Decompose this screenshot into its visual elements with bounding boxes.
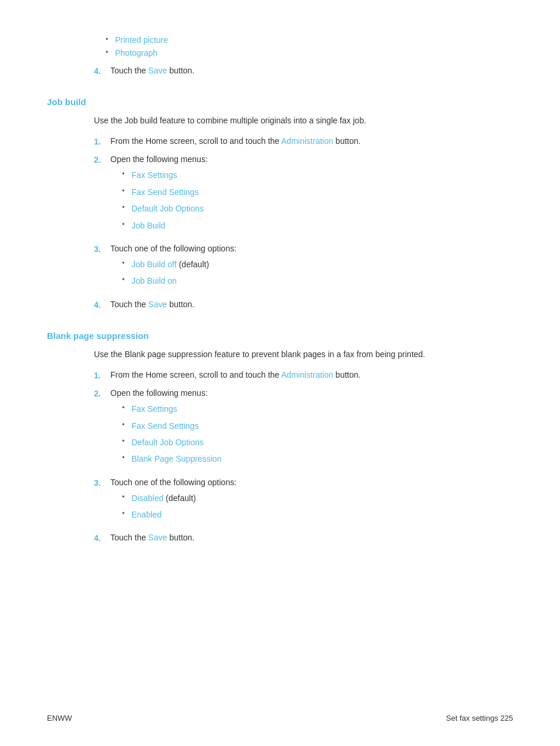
- job-build-intro: Use the Job build feature to combine mul…: [94, 114, 490, 127]
- job-build-off-link[interactable]: Job Build off: [131, 260, 177, 269]
- administration-link-2[interactable]: Administration: [281, 370, 333, 379]
- save-link-initial[interactable]: Save: [149, 66, 167, 75]
- step-text: Open the following menus:: [110, 388, 208, 398]
- fax-settings-link-2[interactable]: Fax Settings: [131, 404, 177, 414]
- blank-suppression-content: Use the Blank page suppression feature t…: [94, 348, 490, 543]
- blank-suppression-step4: 4. Touch the Save button.: [94, 533, 490, 543]
- list-item: Fax Send Settings: [120, 186, 490, 199]
- step-text-suffix: button.: [333, 136, 361, 146]
- step-text: Touch one of the following options:: [110, 478, 237, 487]
- list-item: Disabled (default): [120, 492, 490, 505]
- step-text: Touch one of the following options:: [110, 244, 237, 253]
- list-item: Fax Settings: [120, 169, 490, 182]
- step-text-prefix: Touch the: [110, 300, 149, 309]
- step-text-prefix: From the Home screen, scroll to and touc…: [110, 370, 281, 379]
- step-number: 3.: [94, 244, 110, 254]
- job-build-step4: 4. Touch the Save button.: [94, 300, 490, 310]
- step-content: Open the following menus: Fax Settings F…: [110, 388, 490, 469]
- disabled-link[interactable]: Disabled: [131, 493, 163, 503]
- step-number: 3.: [94, 478, 110, 488]
- job-build-link[interactable]: Job Build: [131, 221, 166, 230]
- list-item: Job Build on: [120, 274, 490, 287]
- list-item: Enabled: [120, 508, 490, 521]
- blank-suppression-options-list: Disabled (default) Enabled: [120, 492, 490, 522]
- step-content: Touch one of the following options: Disa…: [110, 478, 490, 525]
- job-build-step1: 1. From the Home screen, scroll to and t…: [94, 136, 490, 146]
- step-text-prefix: From the Home screen, scroll to and touc…: [110, 136, 281, 146]
- list-item: Printed picture: [103, 35, 513, 45]
- initial-bullet-list: Printed picture Photograph: [103, 35, 513, 58]
- blank-suppression-heading: Blank page suppression: [47, 331, 513, 341]
- blank-suppression-step1: 1. From the Home screen, scroll to and t…: [94, 370, 490, 380]
- list-item: Blank Page Suppression: [120, 452, 490, 465]
- save-link-job-build[interactable]: Save: [149, 300, 167, 309]
- administration-link-1[interactable]: Administration: [281, 136, 333, 146]
- blank-suppression-intro: Use the Blank page suppression feature t…: [94, 348, 490, 361]
- fax-send-settings-link-2[interactable]: Fax Send Settings: [131, 421, 198, 431]
- step-number: 2.: [94, 389, 110, 398]
- job-build-on-link[interactable]: Job Build on: [131, 276, 177, 285]
- step-content: Touch the Save button.: [110, 300, 490, 309]
- job-build-step2: 2. Open the following menus: Fax Setting…: [94, 154, 490, 236]
- option-suffix: (default): [163, 493, 195, 503]
- step-text-suffix: button.: [167, 533, 195, 542]
- step-text-suffix: button.: [167, 66, 195, 75]
- list-item: Fax Send Settings: [120, 419, 490, 432]
- default-job-options-link-2[interactable]: Default Job Options: [131, 438, 204, 447]
- blank-suppression-step3: 3. Touch one of the following options: D…: [94, 478, 490, 525]
- enabled-link[interactable]: Enabled: [131, 510, 161, 519]
- job-build-step3: 3. Touch one of the following options: J…: [94, 244, 490, 291]
- option-suffix: (default): [177, 260, 209, 269]
- initial-bullets-section: Printed picture Photograph: [103, 35, 513, 58]
- photograph-link[interactable]: Photograph: [115, 48, 157, 58]
- step-number: 4.: [94, 300, 110, 310]
- job-build-options-list: Job Build off (default) Job Build on: [120, 258, 490, 288]
- footer-right-text: Set fax settings 225: [446, 714, 513, 723]
- list-item: Job Build off (default): [120, 258, 490, 271]
- step-content: Touch one of the following options: Job …: [110, 244, 490, 291]
- step-number: 1.: [94, 137, 110, 146]
- page-container: Printed picture Photograph 4. Touch the …: [0, 0, 560, 746]
- printed-picture-link[interactable]: Printed picture: [115, 35, 168, 45]
- step-number: 1.: [94, 371, 110, 380]
- step-number: 4.: [94, 533, 110, 543]
- list-item: Job Build: [120, 219, 490, 232]
- fax-send-settings-link-1[interactable]: Fax Send Settings: [131, 187, 198, 197]
- step-number: 2.: [94, 155, 110, 164]
- blank-suppression-menu-list: Fax Settings Fax Send Settings Default J…: [120, 402, 490, 466]
- step-number: 4.: [94, 66, 110, 76]
- list-item: Photograph: [103, 48, 513, 58]
- footer-left-text: ENWW: [47, 714, 72, 723]
- blank-suppression-section: Blank page suppression Use the Blank pag…: [47, 331, 513, 543]
- list-item: Fax Settings: [120, 402, 490, 415]
- initial-step4: 4. Touch the Save button.: [94, 66, 513, 76]
- step-text-suffix: button.: [167, 300, 195, 309]
- job-build-content: Use the Job build feature to combine mul…: [94, 114, 490, 310]
- list-item: Default Job Options: [120, 202, 490, 215]
- blank-page-suppression-link[interactable]: Blank Page Suppression: [131, 454, 221, 463]
- page-footer: ENWW Set fax settings 225: [47, 714, 513, 723]
- fax-settings-link-1[interactable]: Fax Settings: [131, 170, 177, 180]
- default-job-options-link-1[interactable]: Default Job Options: [131, 204, 204, 213]
- step-content: Touch the Save button.: [110, 66, 513, 75]
- step-text-suffix: button.: [333, 370, 361, 379]
- step-text-prefix: Touch the: [110, 533, 149, 542]
- step-content: From the Home screen, scroll to and touc…: [110, 370, 490, 379]
- list-item: Default Job Options: [120, 436, 490, 449]
- step-content: From the Home screen, scroll to and touc…: [110, 136, 490, 146]
- step-content: Open the following menus: Fax Settings F…: [110, 154, 490, 236]
- job-build-section: Job build Use the Job build feature to c…: [47, 97, 513, 310]
- job-build-menu-list: Fax Settings Fax Send Settings Default J…: [120, 169, 490, 232]
- save-link-blank-suppression[interactable]: Save: [149, 533, 167, 542]
- step-text: Open the following menus:: [110, 154, 208, 164]
- blank-suppression-step2: 2. Open the following menus: Fax Setting…: [94, 388, 490, 469]
- step-content: Touch the Save button.: [110, 533, 490, 542]
- job-build-heading: Job build: [47, 97, 513, 107]
- step-text-prefix: Touch the: [110, 66, 149, 75]
